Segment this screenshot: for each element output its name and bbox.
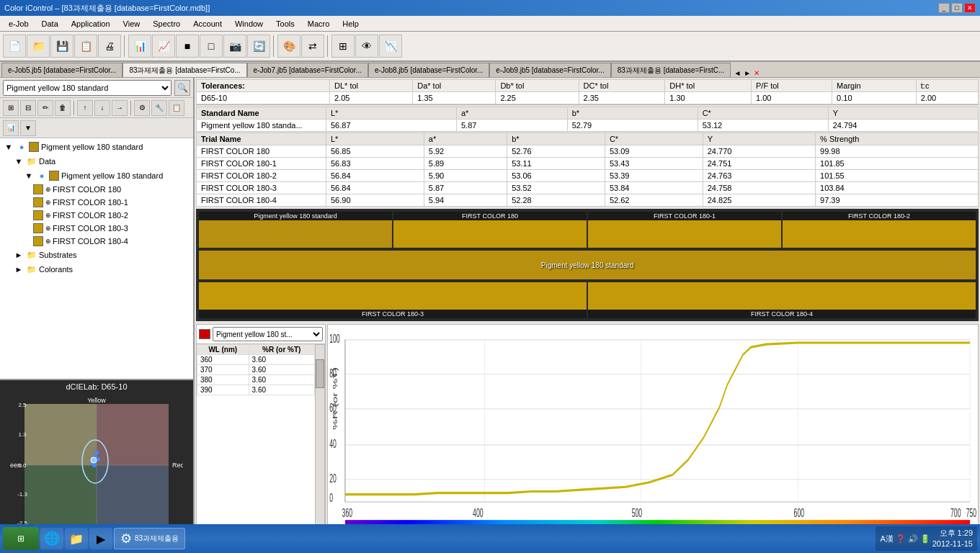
lt2-btn-2[interactable]: ▼: [20, 120, 36, 136]
color-swatch-180: [33, 184, 43, 194]
std-val-3: 52.79: [567, 120, 698, 132]
menu-application[interactable]: Application: [66, 18, 116, 30]
tree-item-colorants[interactable]: ► 📁 Colorants: [1, 262, 192, 276]
spectrum-scrollbar[interactable]: [315, 344, 325, 535]
tab-5[interactable]: 83과제제출용 [database=FirstC...: [611, 63, 731, 77]
tab-0[interactable]: e-Job5.jb5 [database=FirstColor...: [1, 63, 122, 77]
tree-item-standard[interactable]: ▼ ● Pigment yellow 180 standard: [1, 168, 192, 183]
menu-window[interactable]: Window: [229, 18, 269, 30]
lt-btn-7[interactable]: →: [112, 100, 128, 116]
tree-item-substrates[interactable]: ► 📁 Substrates: [1, 248, 192, 262]
eye-button[interactable]: 👁: [355, 35, 378, 58]
tab-prev-button[interactable]: ◄: [732, 69, 742, 77]
explorer-icon-button[interactable]: 📁: [65, 528, 88, 549]
trial-header-5: Y: [703, 133, 815, 145]
black-square-button[interactable]: ■: [176, 35, 199, 58]
tree-item-color180-4[interactable]: ⊕ FIRST COLOR 180-4: [1, 235, 192, 248]
open-button[interactable]: 📁: [27, 35, 50, 58]
tree-item-color180[interactable]: ⊕ FIRST COLOR 180: [1, 183, 192, 196]
tol-val-4: 2.35: [579, 92, 665, 104]
app-taskbar-button[interactable]: ⚙ 83과제제출용: [114, 528, 185, 549]
tol-val-6: 1.00: [752, 92, 832, 104]
menu-macro[interactable]: Macro: [302, 18, 336, 30]
white-square-button[interactable]: □: [200, 35, 223, 58]
swatch-item-180: FIRST COLOR 180: [393, 212, 587, 248]
chart-button[interactable]: 📈: [152, 35, 175, 58]
tree-label-color180-2: FIRST COLOR 180-2: [53, 211, 128, 220]
menu-tools[interactable]: Tools: [270, 18, 300, 30]
tree-item-color180-2[interactable]: ⊕ FIRST COLOR 180-2: [1, 209, 192, 222]
spectrum-data-scroll[interactable]: WL (nm) %R (or %T) 3603.603703.603803.60…: [197, 344, 315, 535]
transfer-button[interactable]: ⇄: [301, 35, 324, 58]
lt-btn-6[interactable]: ↓: [94, 100, 110, 116]
camera-button[interactable]: 📷: [223, 35, 246, 58]
std-header-5: Y: [828, 107, 978, 120]
menu-data[interactable]: Data: [36, 18, 64, 30]
svg-text:2.5: 2.5: [18, 402, 27, 408]
tree-item-data[interactable]: ▼ 📁 Data: [1, 154, 192, 168]
scan-button[interactable]: 🔄: [247, 35, 270, 58]
search-button[interactable]: 🔍: [174, 80, 190, 96]
tree-item-color180-3[interactable]: ⊕ FIRST COLOR 180-3: [1, 222, 192, 235]
swatch-middle-color: Pigment yellow 180 standard: [199, 251, 976, 279]
tree-area[interactable]: ▼ ● Pigment yellow 180 standard ▼ 📁 Data…: [0, 138, 193, 379]
menu-view[interactable]: View: [117, 18, 146, 30]
close-button[interactable]: ✕: [964, 3, 976, 13]
ie-icon-button[interactable]: 🌐: [40, 528, 63, 549]
tab-close-button[interactable]: ✕: [752, 69, 761, 77]
tol-header-1: DL* tol: [330, 80, 413, 92]
tol-header-2: Da* tol: [413, 80, 496, 92]
app-icon: ⚙: [120, 531, 132, 547]
lt-btn-5[interactable]: ↑: [77, 100, 93, 116]
print-button[interactable]: 🖨: [98, 35, 121, 58]
standard-dropdown[interactable]: Pigment yellow 180 standard: [3, 80, 172, 96]
menu-ejob[interactable]: e-Job: [3, 18, 35, 30]
tab-next-button[interactable]: ►: [742, 69, 752, 77]
new-button[interactable]: 📄: [3, 35, 26, 58]
tree-item-root[interactable]: ▼ ● Pigment yellow 180 standard: [1, 140, 192, 154]
tree-label-substrates: Substrates: [39, 251, 77, 259]
tab-1[interactable]: 83과제제출용 [database=FirstCo...: [122, 63, 246, 77]
lt2-btn-1[interactable]: 📊: [3, 120, 19, 136]
lt-btn-3[interactable]: ✏: [37, 100, 53, 116]
circle-icon-root: ●: [16, 141, 27, 153]
trial-cell-2: 5.90: [424, 170, 507, 182]
spectrum-scroll-thumb[interactable]: [316, 359, 324, 388]
trial-cell-5: 24.770: [703, 145, 815, 158]
tree-item-color180-1[interactable]: ⊕ FIRST COLOR 180-1: [1, 196, 192, 209]
maximize-button[interactable]: □: [951, 3, 963, 13]
list-item: 3703.60: [197, 365, 315, 375]
spectrum-dropdown[interactable]: Pigment yellow 180 st...: [213, 327, 323, 341]
target-icon-180: ⊕: [45, 186, 51, 193]
spectrum-scroll-wrapper[interactable]: WL (nm) %R (or %T) 3603.603703.603803.60…: [197, 344, 325, 535]
lt-btn-8[interactable]: ⚙: [134, 100, 150, 116]
ime-icon: A漢: [880, 534, 893, 544]
grid-button[interactable]: ⊞: [331, 35, 355, 58]
media-icon-button[interactable]: ▶: [89, 528, 112, 549]
graph-button[interactable]: 📉: [379, 35, 402, 58]
tab-4[interactable]: e-Job9.jb5 [database=FirstColor...: [489, 63, 610, 77]
copy-button[interactable]: 📋: [74, 35, 97, 58]
lt-btn-2[interactable]: ⊟: [20, 100, 36, 116]
lt-btn-1[interactable]: ⊞: [3, 100, 19, 116]
lt-btn-4[interactable]: 🗑: [55, 100, 71, 116]
start-button[interactable]: ⊞: [3, 527, 39, 550]
lt-btn-10[interactable]: 📋: [169, 100, 184, 116]
tab-3[interactable]: e-Job8.jb5 [database=FirstColor...: [368, 63, 489, 77]
toolbar: 📄 📁 💾 📋 🖨 📊 📈 ■ □ 📷 🔄 🎨 ⇄ ⊞ 👁 📉: [0, 32, 980, 62]
trial-cell-5: 24.758: [703, 182, 815, 194]
measure-button[interactable]: 📊: [128, 35, 151, 58]
menu-help[interactable]: Help: [337, 18, 365, 30]
tab-2[interactable]: e-Job7.jb5 [database=FirstColor...: [247, 63, 368, 77]
folder-colorants-icon: 📁: [26, 264, 37, 275]
menu-spectro[interactable]: Spectro: [147, 18, 186, 30]
minimize-button[interactable]: _: [938, 3, 950, 13]
svg-text:0: 0: [329, 491, 333, 505]
trial-cell-3: 52.28: [507, 194, 605, 207]
save-button[interactable]: 💾: [50, 35, 74, 58]
color-button[interactable]: 🎨: [277, 35, 300, 58]
tree-label-standard: Pigment yellow 180 standard: [61, 171, 163, 180]
lt-btn-9[interactable]: 🔧: [151, 100, 167, 116]
menu-account[interactable]: Account: [187, 18, 228, 30]
svg-rect-2: [24, 465, 97, 526]
